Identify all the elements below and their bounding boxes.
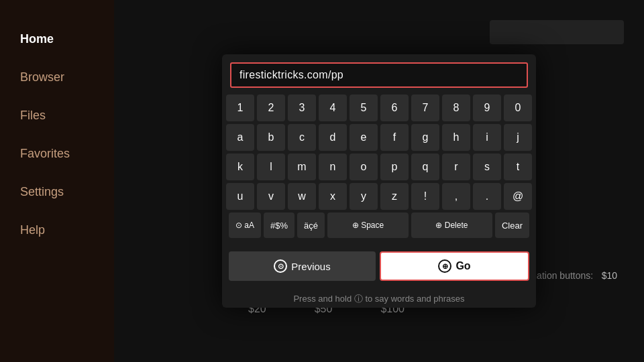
previous-button[interactable]: ⊙ Previous — [229, 251, 376, 281]
key-b[interactable]: b — [257, 124, 285, 151]
key-o[interactable]: o — [350, 154, 378, 180]
key-k[interactable]: k — [226, 154, 254, 180]
go-icon: ⊕ — [438, 259, 451, 273]
key-h[interactable]: h — [442, 124, 470, 151]
key-s[interactable]: s — [473, 154, 501, 180]
main-area: ease donation buttons: $10 $20 $50 $100 … — [114, 0, 644, 362]
key-u[interactable]: u — [226, 183, 254, 210]
key-z[interactable]: z — [380, 183, 409, 210]
go-button[interactable]: ⊕ Go — [380, 251, 529, 281]
key-g[interactable]: g — [411, 124, 439, 151]
key-3[interactable]: 3 — [288, 95, 316, 121]
key-p[interactable]: p — [380, 154, 409, 180]
donation-amount-10: $10 — [602, 270, 617, 281]
key-m[interactable]: m — [288, 154, 316, 180]
key-q[interactable]: q — [411, 154, 439, 180]
sidebar-label-files: Files — [20, 109, 46, 122]
keyboard-area: 1 2 3 4 5 6 7 8 9 0 a b c d e f g h — [222, 95, 536, 247]
key-e[interactable]: e — [350, 124, 378, 151]
key-t[interactable]: t — [504, 154, 532, 180]
sidebar-label-favorites: Favorites — [20, 147, 70, 160]
special-row: ⊙ aA #$% äçé ⊕ Space ⊕ Delete Clear — [229, 213, 529, 238]
hint-text: Press and hold ⓘ to say words and phrase… — [222, 288, 536, 308]
row-k-t: k l m n o p q r s t — [229, 154, 529, 180]
sidebar-label-home: Home — [20, 32, 54, 46]
key-d[interactable]: d — [319, 124, 347, 151]
key-6[interactable]: 6 — [380, 95, 409, 121]
key-y[interactable]: y — [350, 183, 378, 210]
key-1[interactable]: 1 — [226, 95, 254, 121]
key-v[interactable]: v — [257, 183, 285, 210]
bg-input — [490, 20, 624, 44]
key-x[interactable]: x — [319, 183, 347, 210]
action-row: ⊙ Previous ⊕ Go — [229, 251, 529, 281]
url-value: firesticktricks.com/pp — [239, 69, 343, 80]
sidebar-label-help: Help — [20, 223, 45, 237]
key-i[interactable]: i — [473, 124, 501, 151]
sidebar-item-favorites[interactable]: Favorites — [13, 135, 101, 173]
key-clear[interactable]: Clear — [495, 213, 529, 238]
sidebar-item-home[interactable]: Home — [13, 20, 101, 58]
key-space[interactable]: ⊕ Space — [327, 213, 409, 238]
key-case-toggle[interactable]: ⊙ aA — [229, 213, 261, 238]
key-5[interactable]: 5 — [350, 95, 378, 121]
sidebar-label-settings: Settings — [20, 185, 64, 198]
keyboard-dialog: firesticktricks.com/pp 1 2 3 4 5 6 7 8 9… — [222, 54, 536, 308]
previous-label: Previous — [291, 261, 330, 272]
key-exclaim[interactable]: ! — [411, 183, 439, 210]
key-n[interactable]: n — [319, 154, 347, 180]
row-u-at: u v w x y z ! , . @ — [229, 183, 529, 210]
key-at[interactable]: @ — [504, 183, 532, 210]
key-c[interactable]: c — [288, 124, 316, 151]
sidebar: Home Browser Files Favorites Settings He… — [0, 0, 114, 362]
key-w[interactable]: w — [288, 183, 316, 210]
key-period[interactable]: . — [473, 183, 501, 210]
previous-icon: ⊙ — [274, 259, 287, 273]
key-7[interactable]: 7 — [411, 95, 439, 121]
key-comma[interactable]: , — [442, 183, 470, 210]
key-8[interactable]: 8 — [442, 95, 470, 121]
key-a[interactable]: a — [226, 124, 254, 151]
number-row: 1 2 3 4 5 6 7 8 9 0 — [229, 95, 529, 121]
sidebar-item-help[interactable]: Help — [13, 211, 101, 249]
go-label: Go — [455, 260, 470, 272]
row-a-j: a b c d e f g h i j — [229, 124, 529, 151]
key-f[interactable]: f — [380, 124, 409, 151]
sidebar-item-files[interactable]: Files — [13, 97, 101, 135]
sidebar-item-settings[interactable]: Settings — [13, 173, 101, 211]
key-r[interactable]: r — [442, 154, 470, 180]
key-symbols[interactable]: #$% — [264, 213, 294, 238]
key-l[interactable]: l — [257, 154, 285, 180]
key-0[interactable]: 0 — [504, 95, 532, 121]
key-4[interactable]: 4 — [319, 95, 347, 121]
key-2[interactable]: 2 — [257, 95, 285, 121]
key-9[interactable]: 9 — [473, 95, 501, 121]
sidebar-label-browser: Browser — [20, 70, 64, 84]
key-accents[interactable]: äçé — [297, 213, 325, 238]
key-j[interactable]: j — [504, 124, 532, 151]
sidebar-item-browser[interactable]: Browser — [13, 58, 101, 97]
url-bar[interactable]: firesticktricks.com/pp — [230, 62, 528, 88]
key-delete[interactable]: ⊕ Delete — [411, 213, 492, 238]
